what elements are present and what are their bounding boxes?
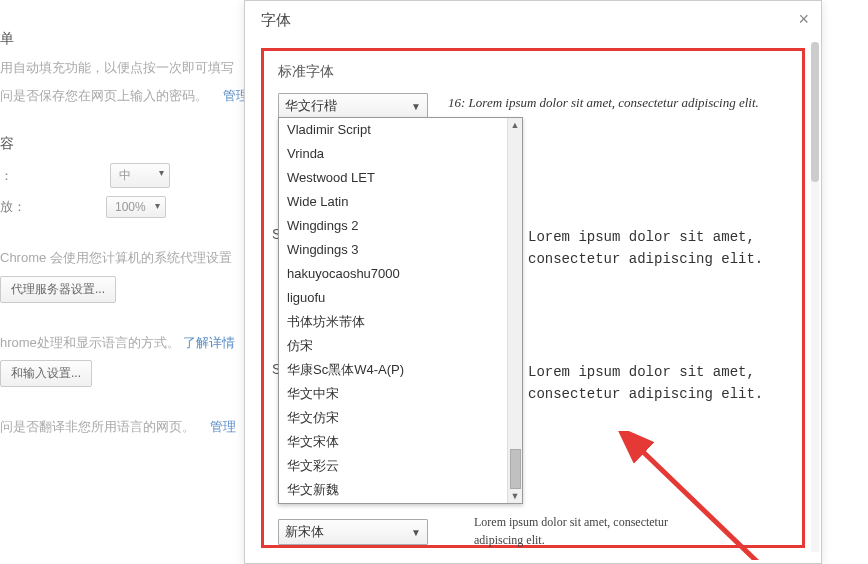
scrollbar-thumb[interactable]: [811, 42, 819, 182]
standard-font-row: 华文行楷 ▼ Vladimir ScriptVrindaWestwood LET…: [278, 93, 788, 119]
standard-font-title: 标准字体: [278, 63, 788, 81]
dropdown-scrollbar[interactable]: ▲ ▼: [507, 118, 522, 503]
bg-text: 问是否翻译非您所用语言的网页。: [0, 419, 195, 434]
font-option[interactable]: 华文中宋: [279, 382, 522, 406]
font-option[interactable]: 华文彩云: [279, 454, 522, 478]
font-option[interactable]: 书体坊米芾体: [279, 310, 522, 334]
font-option[interactable]: 华文楷体: [279, 502, 522, 504]
serif-font-preview: Lorem ipsum dolor sit amet, consectetur …: [528, 226, 763, 271]
highlight-frame: 标准字体 华文行楷 ▼ Vladimir ScriptVrindaWestwoo…: [261, 48, 805, 548]
font-option[interactable]: hakuyocaoshu7000: [279, 262, 522, 286]
bg-heading-content: 容: [0, 135, 260, 153]
bg-text: hrome处理和显示语言的方式。: [0, 335, 180, 350]
font-option[interactable]: Vladimir Script: [279, 118, 522, 142]
fixed-width-font-select[interactable]: 新宋体 ▼: [278, 519, 428, 545]
modal-title: 字体: [261, 11, 291, 28]
chevron-down-icon: ▼: [411, 527, 421, 538]
bg-input-button[interactable]: 和输入设置...: [0, 360, 92, 387]
bg-text: Chrome 会使用您计算机的系统代理设置: [0, 248, 260, 268]
font-option[interactable]: Westwood LET: [279, 166, 522, 190]
bg-text: 用自动填充功能，以便点按一次即可填写: [0, 58, 260, 78]
bg-link-more[interactable]: 了解详情: [183, 335, 235, 350]
sans-font-preview: Lorem ipsum dolor sit amet, consectetur …: [528, 361, 763, 406]
chrome-settings-background: 单 用自动填充功能，以便点按一次即可填写 问是否保存您在网页上输入的密码。 管理…: [0, 0, 260, 564]
modal-scrollbar[interactable]: [811, 42, 819, 552]
bg-lang-label: ：: [0, 167, 20, 185]
close-icon[interactable]: ×: [798, 9, 809, 30]
font-option[interactable]: Wingdings 2: [279, 214, 522, 238]
chevron-down-icon: ▼: [411, 101, 421, 112]
font-option[interactable]: 华文新魏: [279, 478, 522, 502]
bg-heading-forms: 单: [0, 30, 260, 48]
bg-manage-link[interactable]: 管理: [210, 419, 236, 434]
font-option[interactable]: 华康Sc黑体W4-A(P): [279, 358, 522, 382]
select-value: 新宋体: [285, 523, 324, 541]
font-option[interactable]: Wide Latin: [279, 190, 522, 214]
bg-zoom-label: 放：: [0, 198, 26, 216]
select-value: 华文行楷: [285, 97, 337, 115]
scroll-down-icon[interactable]: ▼: [508, 489, 522, 503]
scroll-up-icon[interactable]: ▲: [508, 118, 522, 132]
bg-zoom-dropdown[interactable]: 100%: [106, 196, 166, 218]
bg-lang-dropdown[interactable]: 中: [110, 163, 170, 188]
modal-header: 字体 ×: [245, 1, 821, 40]
font-option[interactable]: 仿宋: [279, 334, 522, 358]
bg-proxy-button[interactable]: 代理服务器设置...: [0, 276, 116, 303]
bg-text: 问是否保存您在网页上输入的密码。: [0, 88, 208, 103]
scrollbar-thumb[interactable]: [510, 449, 521, 489]
font-option[interactable]: Wingdings 3: [279, 238, 522, 262]
font-settings-modal: 字体 × 标准字体 华文行楷 ▼ Vladimir ScriptVrindaWe…: [244, 0, 822, 564]
standard-font-preview: 16: Lorem ipsum dolor sit amet, consecte…: [448, 93, 788, 113]
font-dropdown-list[interactable]: Vladimir ScriptVrindaWestwood LETWide La…: [278, 117, 523, 504]
standard-font-select[interactable]: 华文行楷 ▼: [278, 93, 428, 119]
font-option[interactable]: 华文仿宋: [279, 406, 522, 430]
font-option[interactable]: Vrinda: [279, 142, 522, 166]
font-option[interactable]: liguofu: [279, 286, 522, 310]
font-option[interactable]: 华文宋体: [279, 430, 522, 454]
fixed-width-font-preview: Lorem ipsum dolor sit amet, consectetur …: [474, 513, 668, 549]
